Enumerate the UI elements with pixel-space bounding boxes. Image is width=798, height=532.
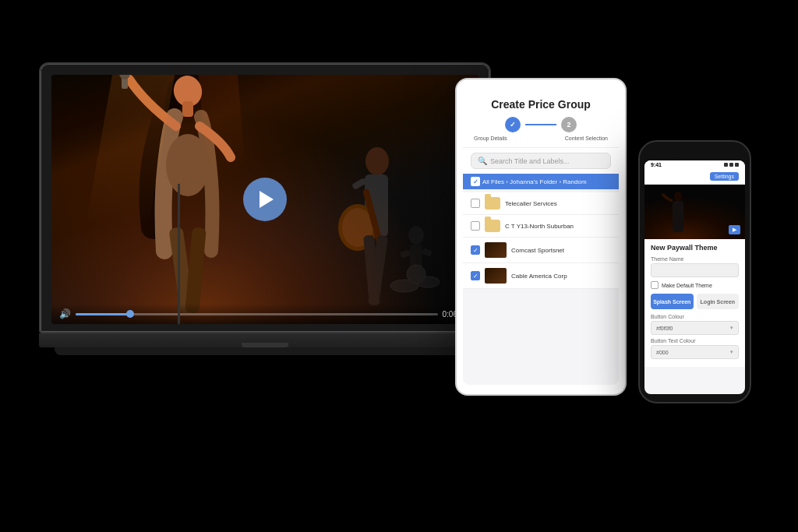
volume-icon[interactable]: 🔊	[59, 308, 71, 319]
button-text-select[interactable]: #000 ▾	[651, 345, 739, 359]
progress-dot	[126, 310, 134, 318]
file-checkbox-4[interactable]	[471, 271, 480, 280]
phone-top-bar: Settings	[644, 169, 745, 185]
progress-fill	[76, 313, 130, 315]
table-row[interactable]: C T Y13-North Suburban	[463, 215, 619, 238]
table-row[interactable]: Telecaller Services	[463, 192, 619, 215]
button-text-value: #000	[656, 350, 669, 355]
folder-icon	[485, 197, 500, 210]
phone-video-play[interactable]: ▶	[729, 225, 740, 234]
paywall-theme-form: New Paywall Theme Theme Name Make Defaul…	[644, 239, 745, 367]
laptop-base	[39, 333, 491, 347]
phone-status-icons	[724, 163, 739, 167]
default-theme-label: Make Default Theme	[662, 283, 712, 288]
tablet-search-area: 🔍 Search Title and Labels...	[463, 148, 619, 174]
folder-icon	[485, 220, 500, 232]
laptop-device: 🔊 0:06 ⛶	[39, 62, 491, 355]
laptop-foot	[55, 347, 475, 355]
phone-device: 9:41 Settings	[638, 140, 751, 403]
splash-screen-tab[interactable]: Splash Screen	[651, 294, 694, 309]
step-line	[525, 124, 556, 125]
button-color-value: #f0f0f0	[656, 326, 673, 331]
file-name-1: Telecaller Services	[505, 200, 611, 207]
file-name-3: Comcast Sportsnet	[511, 247, 611, 254]
search-box[interactable]: 🔍 Search Title and Labels...	[471, 153, 611, 169]
tablet-header: Create Price Group ✓ 2 Group Details Con…	[463, 89, 619, 148]
laptop-hinge	[242, 343, 288, 347]
step-labels: Group Details Content Selection	[472, 136, 609, 141]
breadcrumb-row[interactable]: ✓ All Files › Johanna's Folder › Random	[463, 174, 619, 189]
tablet-device: Create Price Group ✓ 2 Group Details Con…	[455, 78, 627, 396]
progress-bar[interactable]	[76, 313, 438, 315]
theme-name-label: Theme Name	[651, 256, 739, 262]
phone-notch	[676, 150, 715, 156]
button-text-label: Button Text Colour	[651, 338, 739, 344]
stepper: ✓ 2	[472, 117, 609, 132]
table-row[interactable]: Cable America Corp	[463, 263, 619, 289]
phone-time: 9:41	[651, 162, 662, 167]
breadcrumb-checkbox[interactable]: ✓	[471, 177, 480, 186]
breadcrumb-check-icon: ✓	[473, 178, 478, 185]
step-2: 2	[561, 117, 577, 132]
svg-rect-25	[673, 201, 683, 232]
button-color-select[interactable]: #f0f0f0 ▾	[651, 321, 739, 335]
phone-status-bar: 9:41	[644, 160, 745, 169]
search-placeholder: Search Title and Labels...	[490, 157, 570, 165]
svg-rect-17	[182, 101, 193, 117]
wifi-icon	[729, 163, 733, 167]
file-name-2: C T Y13-North Suburban	[505, 223, 611, 230]
mic-stand	[178, 184, 180, 324]
laptop-bezel: 🔊 0:06 ⛶	[39, 62, 491, 333]
tablet-content: Create Price Group ✓ 2 Group Details Con…	[463, 89, 619, 385]
svg-point-24	[674, 192, 682, 201]
breadcrumb-text: All Files › Johanna's Folder › Random	[482, 178, 587, 185]
default-theme-checkbox[interactable]	[651, 281, 659, 289]
video-controls: 🔊 0:06 ⛶	[51, 304, 478, 324]
thumb-img-4	[485, 268, 507, 284]
step-1: ✓	[505, 117, 521, 132]
file-thumb-3	[485, 242, 507, 258]
tablet-frame: Create Price Group ✓ 2 Group Details Con…	[455, 78, 627, 396]
svg-point-18	[166, 134, 210, 196]
play-icon	[260, 191, 274, 208]
laptop-screen: 🔊 0:06 ⛶	[51, 75, 478, 324]
button-color-label: Button Colour	[651, 314, 739, 319]
step-1-label: Group Details	[474, 136, 507, 141]
play-button[interactable]	[243, 178, 287, 221]
phone-frame: 9:41 Settings	[638, 140, 751, 403]
phone-content: 9:41 Settings	[644, 160, 745, 394]
signal-icon	[724, 163, 728, 167]
file-checkbox-2[interactable]	[471, 221, 480, 231]
settings-button[interactable]: Settings	[710, 172, 739, 181]
search-icon: 🔍	[478, 157, 487, 165]
button-color-chevron: ▾	[730, 325, 733, 331]
phone-video-thumbnail[interactable]: ▶	[644, 185, 745, 239]
default-theme-row[interactable]: Make Default Theme	[651, 281, 739, 289]
table-row[interactable]: Comcast Sportsnet	[463, 238, 619, 263]
step-2-label: Content Selection	[565, 136, 608, 141]
battery-icon	[735, 163, 739, 167]
file-name-4: Cable America Corp	[511, 273, 611, 280]
login-screen-tab[interactable]: Login Screen	[697, 294, 740, 309]
tablet-title: Create Price Group	[472, 98, 609, 111]
main-scene: 🔊 0:06 ⛶ Create Price Group	[0, 0, 798, 532]
theme-name-input[interactable]	[651, 263, 739, 277]
button-text-chevron: ▾	[730, 349, 733, 355]
file-thumb-4	[485, 268, 507, 284]
screen-tab-row: Splash Screen Login Screen	[651, 294, 739, 309]
file-checkbox-1[interactable]	[471, 199, 480, 208]
file-list: Telecaller Services C T Y13-North Suburb…	[463, 189, 619, 292]
file-checkbox-3[interactable]	[471, 245, 480, 255]
form-title: New Paywall Theme	[651, 244, 739, 252]
thumb-img-3	[485, 242, 507, 258]
